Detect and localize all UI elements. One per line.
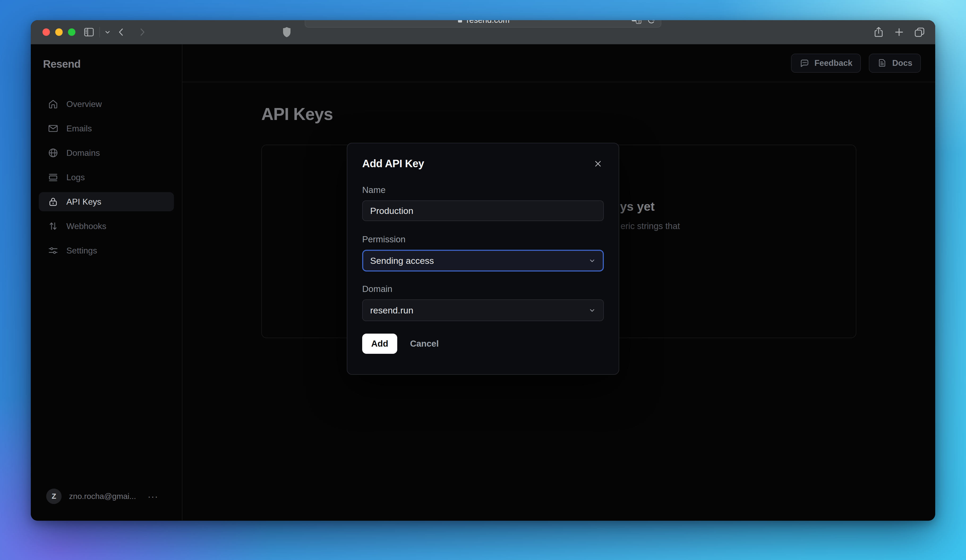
logs-icon: [47, 172, 59, 183]
name-label: Name: [362, 185, 604, 195]
privacy-shield-icon[interactable]: [282, 26, 292, 38]
empty-state-heading-fragment: ys yet: [620, 199, 654, 214]
feedback-button[interactable]: Feedback: [791, 54, 861, 73]
name-input[interactable]: [362, 200, 604, 221]
sidebar-item-label: Domains: [66, 148, 100, 158]
toolbar-nav-cluster: [83, 26, 147, 38]
permission-select[interactable]: Sending access: [362, 250, 604, 272]
sidebar: Resend Overview Emails: [31, 44, 182, 521]
desktop-background: resend.com A 文: [0, 0, 966, 560]
lock-icon: [47, 196, 59, 208]
resend-logo: Resend: [31, 58, 182, 70]
account-menu-icon[interactable]: ···: [148, 491, 158, 502]
document-icon: [877, 58, 887, 68]
sidebar-nav: Overview Emails Domains: [31, 95, 182, 265]
feedback-bubble-icon: [800, 58, 810, 68]
sliders-icon: [47, 245, 59, 256]
avatar: Z: [46, 489, 62, 504]
forward-button-icon[interactable]: [137, 27, 147, 37]
chevron-down-icon: [588, 256, 596, 265]
address-bar[interactable]: resend.com A 文: [305, 20, 661, 28]
account-email: zno.rocha@gmai...: [69, 492, 136, 501]
sidebar-item-settings[interactable]: Settings: [39, 241, 174, 260]
browser-window: resend.com A 文: [31, 20, 935, 521]
reload-icon[interactable]: [647, 20, 656, 25]
toolbar-divider: [99, 27, 100, 38]
new-tab-icon[interactable]: [893, 26, 905, 38]
close-icon[interactable]: [592, 158, 604, 170]
browser-titlebar: resend.com A 文: [31, 20, 935, 44]
sidebar-item-label: Webhooks: [66, 221, 107, 231]
mail-icon: [47, 123, 59, 134]
minimize-window-button[interactable]: [55, 28, 62, 36]
share-icon[interactable]: [872, 26, 885, 38]
sidebar-item-label: Overview: [66, 99, 102, 109]
sidebar-item-overview[interactable]: Overview: [39, 95, 174, 114]
permission-select-value: Sending access: [370, 255, 434, 266]
svg-text:文: 文: [637, 20, 641, 23]
add-api-key-modal: Add API Key Name Permission Sending acce…: [347, 143, 619, 375]
sidebar-item-label: API Keys: [66, 197, 102, 207]
sidebar-item-api-keys[interactable]: API Keys: [39, 192, 174, 211]
account-row[interactable]: Z zno.rocha@gmai... ···: [31, 489, 182, 521]
sidebar-item-domains[interactable]: Domains: [39, 143, 174, 162]
domain-select-value: resend.run: [370, 305, 414, 316]
svg-text:A: A: [633, 20, 636, 21]
close-window-button[interactable]: [43, 28, 50, 36]
feedback-button-label: Feedback: [814, 58, 853, 68]
arrows-up-down-icon: [47, 220, 59, 232]
toolbar-right-cluster: [872, 26, 926, 38]
docs-button[interactable]: Docs: [869, 54, 921, 73]
url-text: resend.com: [467, 20, 509, 25]
sidebar-item-logs[interactable]: Logs: [39, 168, 174, 187]
window-controls: [43, 28, 76, 36]
https-lock-icon: [457, 20, 463, 24]
chevron-down-icon: [588, 306, 596, 314]
main-header: Feedback Docs: [182, 44, 935, 82]
back-button-icon[interactable]: [116, 27, 127, 37]
tab-group-chevron-icon[interactable]: [104, 29, 111, 36]
modal-title: Add API Key: [362, 158, 424, 170]
sidebar-item-webhooks[interactable]: Webhooks: [39, 216, 174, 236]
permission-label: Permission: [362, 234, 604, 244]
sidebar-item-emails[interactable]: Emails: [39, 119, 174, 138]
translate-icon[interactable]: A 文: [631, 20, 642, 25]
page-title: API Keys: [261, 104, 333, 124]
sidebar-item-label: Emails: [66, 124, 92, 134]
resend-app: Resend Overview Emails: [31, 44, 935, 521]
sidebar-item-label: Logs: [66, 172, 85, 182]
zoom-window-button[interactable]: [68, 28, 76, 36]
sidebar-item-label: Settings: [66, 246, 97, 255]
domain-select[interactable]: resend.run: [362, 300, 604, 321]
add-button[interactable]: Add: [362, 334, 397, 354]
empty-state-body-fragment: eric strings that: [621, 221, 680, 231]
globe-icon: [47, 147, 59, 159]
domain-label: Domain: [362, 284, 604, 294]
sidebar-toggle-icon[interactable]: [83, 26, 95, 38]
main-content: Feedback Docs API Keys ys ye: [182, 44, 935, 521]
cancel-button[interactable]: Cancel: [410, 339, 439, 349]
home-icon: [47, 98, 59, 110]
docs-button-label: Docs: [892, 58, 912, 68]
tab-overview-icon[interactable]: [913, 26, 926, 38]
